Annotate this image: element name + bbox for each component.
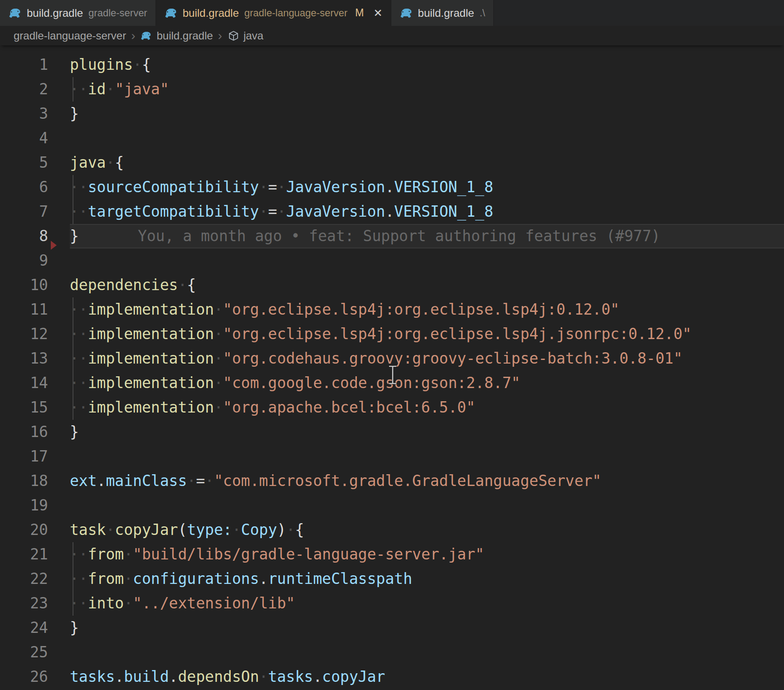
code-line: 6··sourceCompatibility·=·JavaVersion.VER…: [0, 175, 784, 199]
whitespace-dots: ··: [70, 570, 88, 588]
whitespace-dots: ··: [70, 350, 88, 367]
line-number[interactable]: 20: [0, 518, 70, 542]
line-number[interactable]: 24: [0, 616, 70, 640]
line-number[interactable]: 21: [0, 542, 70, 567]
line-number[interactable]: 4: [0, 126, 70, 151]
line-number[interactable]: 13: [0, 346, 70, 371]
whitespace-dots: ·: [214, 350, 223, 367]
code-line-content[interactable]: ··implementation·"org.eclipse.lsp4j:org.…: [70, 322, 784, 346]
token-kw: into: [88, 594, 124, 612]
symbol-cube-icon: [227, 30, 240, 41]
token-op: =: [268, 178, 277, 196]
code-line: 4: [0, 126, 784, 151]
whitespace-dots: ·: [205, 472, 214, 490]
line-number[interactable]: 22: [0, 567, 70, 591]
token-kw: task: [70, 521, 106, 539]
code-line: 15··implementation·"org.apache.bcel:bcel…: [0, 395, 784, 420]
line-number[interactable]: 6: [0, 175, 70, 199]
token-str: "org.eclipse.lsp4j:org.eclipse.lsp4j.jso…: [223, 325, 691, 343]
code-line-content[interactable]: ··implementation·"org.codehaus.groovy:gr…: [70, 346, 784, 371]
token-br: }: [70, 227, 79, 245]
code-line-content[interactable]: task·copyJar(type:·Copy)·{: [70, 518, 784, 542]
line-number[interactable]: 5: [0, 151, 70, 175]
code-line-content[interactable]: java·{: [70, 151, 784, 175]
code-line-content[interactable]: ··from·configurations.runtimeClasspath: [70, 567, 784, 591]
line-number[interactable]: 15: [0, 395, 70, 420]
line-number[interactable]: 7: [0, 199, 70, 224]
token-var: build: [124, 668, 169, 685]
gradle-elephant-icon: [140, 30, 153, 41]
tab-1-build-gradle[interactable]: build.gradlegradle-server: [0, 0, 156, 26]
whitespace-dots: ··: [70, 203, 88, 220]
token-str: "com.microsoft.gradle.GradleLanguageServ…: [214, 472, 601, 490]
token-kw: java: [70, 154, 106, 171]
code-line-content[interactable]: ··id·"java": [70, 77, 784, 102]
line-number[interactable]: 14: [0, 371, 70, 395]
token-op: .: [385, 203, 394, 220]
code-line-content[interactable]: [70, 444, 784, 469]
gradle-elephant-icon: [8, 7, 23, 19]
line-number[interactable]: 3: [0, 102, 70, 126]
token-var: Copy: [241, 521, 277, 539]
line-number[interactable]: 2: [0, 77, 70, 102]
line-number[interactable]: 12: [0, 322, 70, 346]
code-line-content[interactable]: dependencies·{: [70, 273, 784, 297]
token-str: "build/libs/gradle-language-server.jar": [133, 545, 484, 563]
token-kw: implementation: [88, 350, 214, 367]
line-number[interactable]: 10: [0, 273, 70, 297]
code-line: 10dependencies·{: [0, 273, 784, 297]
breadcrumb-item-build-gradle[interactable]: build.gradle: [140, 29, 213, 42]
line-number[interactable]: 11: [0, 297, 70, 322]
code-line-content[interactable]: ext.mainClass·=·"com.microsoft.gradle.Gr…: [70, 469, 784, 493]
line-number[interactable]: 17: [0, 444, 70, 469]
token-op: .: [259, 570, 268, 588]
code-line: 9: [0, 248, 784, 273]
code-editor[interactable]: 1plugins·{2··id·"java"3}45java·{6··sourc…: [0, 45, 784, 689]
code-line: 16}: [0, 420, 784, 444]
tab-2-build-gradle[interactable]: build.gradlegradle-language-serverM✕: [156, 0, 391, 26]
code-line-content[interactable]: ··implementation·"org.apache.bcel:bcel:6…: [70, 395, 784, 420]
code-line-content[interactable]: }: [70, 102, 784, 126]
tab-description: gradle-language-server: [244, 7, 347, 19]
whitespace-dots: ·: [259, 178, 268, 196]
line-number[interactable]: 23: [0, 591, 70, 616]
line-number[interactable]: 1: [0, 53, 70, 77]
tab-label: build.gradle: [183, 7, 239, 19]
token-var: tasks: [70, 668, 115, 685]
line-number[interactable]: 26: [0, 665, 70, 689]
code-line-content[interactable]: tasks.build.dependsOn·tasks.copyJar: [70, 665, 784, 689]
line-number[interactable]: 18: [0, 469, 70, 493]
code-line-content[interactable]: ··targetCompatibility·=·JavaVersion.VERS…: [70, 199, 784, 224]
line-number[interactable]: 16: [0, 420, 70, 444]
code-line-content[interactable]: ··sourceCompatibility·=·JavaVersion.VERS…: [70, 175, 784, 199]
breadcrumb-item-gradle-language-server[interactable]: gradle-language-server: [14, 29, 126, 42]
code-line-content[interactable]: [70, 126, 784, 151]
line-number[interactable]: 8: [0, 224, 70, 248]
token-var: mainClass: [106, 472, 187, 490]
code-line-content[interactable]: ··into·"../extension/lib": [70, 591, 784, 616]
code-line: 3}: [0, 102, 784, 126]
code-line-content[interactable]: ··implementation·"org.eclipse.lsp4j:org.…: [70, 297, 784, 322]
code-line-content[interactable]: [70, 493, 784, 518]
code-line: 1plugins·{: [0, 53, 784, 77]
tab-3-build-gradle[interactable]: build.gradle.\: [391, 0, 494, 26]
code-line-content[interactable]: ··from·"build/libs/gradle-language-serve…: [70, 542, 784, 567]
code-line-content[interactable]: }: [70, 420, 784, 444]
code-line-content[interactable]: }: [70, 616, 784, 640]
code-line-content[interactable]: plugins·{: [70, 53, 784, 77]
code-line-content[interactable]: }You, a month ago • feat: Support author…: [70, 224, 784, 248]
code-line-content[interactable]: [70, 640, 784, 665]
code-line-content[interactable]: ··implementation·"com.google.code.gson:g…: [70, 371, 784, 395]
tab-description: .\: [480, 7, 485, 19]
token-br: }: [70, 619, 79, 637]
line-number[interactable]: 9: [0, 248, 70, 273]
line-number[interactable]: 25: [0, 640, 70, 665]
whitespace-dots: ··: [70, 325, 88, 343]
close-icon[interactable]: ✕: [373, 8, 382, 19]
breadcrumb-label: build.gradle: [156, 29, 213, 42]
token-str: "org.codehaus.groovy:groovy-eclipse-batc…: [223, 350, 682, 367]
code-line-content[interactable]: [70, 248, 784, 273]
line-number[interactable]: 19: [0, 493, 70, 518]
breadcrumb-item-java[interactable]: java: [227, 29, 263, 42]
code-line: 25: [0, 640, 784, 665]
